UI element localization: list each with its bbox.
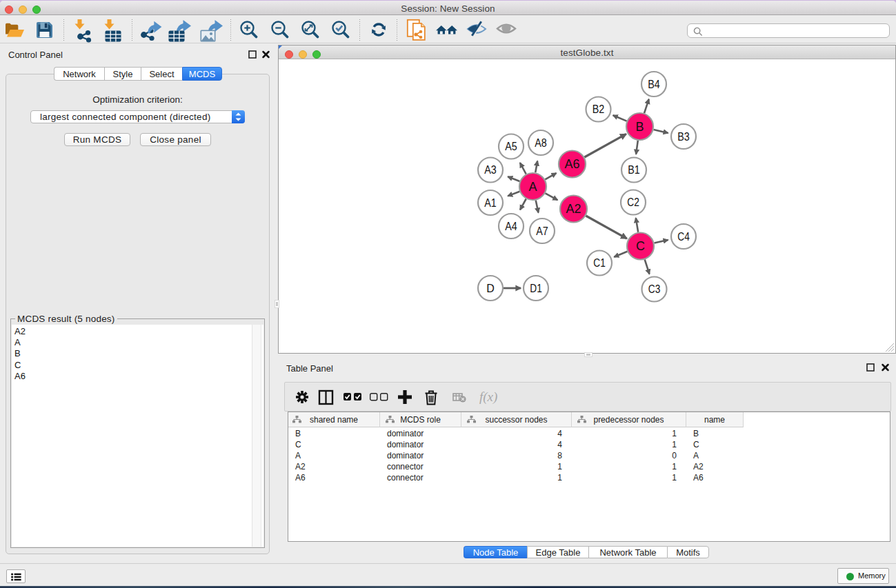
- svg-text:A7: A7: [536, 225, 548, 237]
- svg-text:A3: A3: [484, 164, 497, 176]
- svg-text:C3: C3: [648, 283, 661, 295]
- svg-text:f(x): f(x): [479, 389, 497, 405]
- svg-text:A4: A4: [505, 221, 517, 232]
- svg-text:A1: A1: [484, 197, 497, 209]
- svg-text:C1: C1: [593, 257, 606, 269]
- svg-text:B4: B4: [648, 79, 660, 90]
- svg-text:B2: B2: [593, 103, 605, 115]
- svg-text:D: D: [486, 283, 495, 294]
- svg-text:B1: B1: [628, 164, 640, 176]
- svg-text:A: A: [528, 180, 537, 194]
- svg-text:C: C: [636, 239, 645, 253]
- svg-text:D1: D1: [530, 283, 542, 294]
- svg-text:B3: B3: [677, 131, 690, 143]
- svg-text:B: B: [635, 120, 644, 134]
- svg-text:A8: A8: [535, 137, 547, 149]
- svg-text:C2: C2: [627, 196, 639, 208]
- svg-text:A6: A6: [565, 157, 580, 171]
- svg-text:A2: A2: [566, 202, 581, 216]
- svg-text:C4: C4: [677, 231, 690, 243]
- svg-text:A5: A5: [505, 141, 517, 152]
